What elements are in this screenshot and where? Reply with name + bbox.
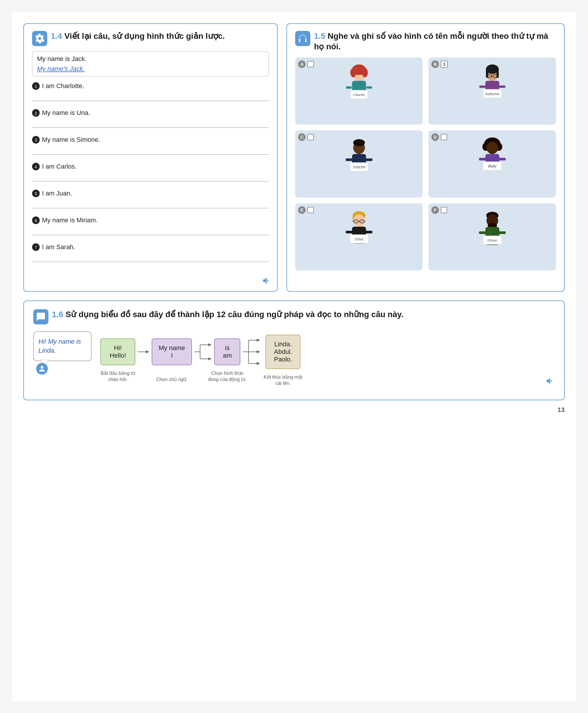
label-circle-b: B [432,60,439,68]
example-answer: My name's Jack. [37,65,264,72]
section-16-header: 1.6 Sử dụng biểu đồ sau đây để thành lập… [33,309,555,324]
section-14: 1.4 Viết lại câu, sử dụng hình thức giản… [23,23,278,292]
checkbox-f[interactable] [441,207,447,213]
section-16-title: 1.6 Sử dụng biểu đồ sau đây để thành lập… [52,309,403,320]
answer-line-4[interactable] [32,173,269,182]
label-d: D [432,133,447,141]
figure-ruby: Ruby [475,138,510,184]
box-names-line1: Linda. [272,340,293,348]
speech-person-icon [36,363,48,375]
arrow-2 [194,340,212,363]
box-subject-wrapper: My name I Chọn chủ ngữ. [152,338,192,365]
figure-charlie: Charlie [341,64,377,111]
label-circle-c: C [298,133,306,141]
example-box: My name is Jack. My name's Jack. [32,51,269,77]
num-7: 7 [32,243,40,251]
numbox-b[interactable]: 1 [441,61,448,68]
box-start: Hi! Hello! [100,338,135,365]
section-15-header: 1.5 Nghe và ghi số vào hình có tên mỗi n… [295,31,556,52]
question-4: 4 I am Carlos. [32,163,269,170]
svg-text:Katherine: Katherine [485,92,500,96]
svg-rect-54 [479,231,486,234]
speech-bubble: Hi! My name is Linda. [33,331,91,361]
page: 1.4 Viết lại câu, sử dụng hình thức giản… [12,12,576,701]
label-circle-a: A [298,60,306,68]
speech-example-container: Hi! My name is Linda. [33,331,91,361]
person-card-d: D [428,130,556,197]
svg-rect-24 [345,159,353,161]
box-start-label: Bắt đầu bằng từ chào hỏi. [99,371,137,383]
box-subject: My name I [152,338,192,365]
answer-line-2[interactable] [32,120,269,128]
audio-icon-14[interactable] [262,276,271,287]
svg-rect-18 [499,85,505,88]
num-1: 1 [32,82,40,90]
box-verb-line2: am [221,352,233,359]
section-15: 1.5 Nghe và ghi số vào hình có tên mỗi n… [287,23,565,292]
figure-elliot: Elliot [341,210,377,257]
svg-rect-47 [365,231,373,233]
svg-rect-12 [497,69,499,78]
audio-icon-16[interactable] [545,376,555,387]
box-start-wrapper: Hi! Hello! Bắt đầu bằng từ chào hỏi. [100,338,135,365]
checkbox-e[interactable] [308,207,314,213]
question-6: 6 My name is Miriam. [32,216,269,224]
answer-line-1[interactable] [32,93,269,101]
svg-text:Oliver: Oliver [487,238,497,243]
svg-text:Charlie: Charlie [353,92,365,97]
svg-rect-55 [499,231,506,234]
speech-icon [36,312,46,322]
svg-point-3 [362,68,368,77]
exercise-item-6: 6 My name is Miriam. [32,216,269,235]
persons-grid: A [295,58,556,270]
svg-point-39 [353,214,365,227]
box-verb-label: Chọn hình thức đúng của động từ. [207,371,248,383]
checkbox-a[interactable] [308,61,314,67]
svg-marker-59 [146,350,149,353]
answer-line-7[interactable] [32,254,269,262]
box-names: Linda. Abdul. Paolo. [266,335,300,369]
box-verb: is am [214,338,240,365]
section-15-title: 1.5 Nghe và ghi số vào hình có tên mỗi n… [314,31,556,52]
checkbox-c[interactable] [308,134,314,140]
person-card-a: A [295,58,423,125]
label-c: C [298,133,314,141]
svg-marker-63 [208,343,212,346]
label-circle-f: F [432,206,439,214]
arrow-svg-1 [138,350,149,354]
answer-line-3[interactable] [32,146,269,154]
svg-point-2 [350,68,356,77]
section-14-title: 1.4 Viết lại câu, sử dụng hình thức giản… [51,31,225,41]
box-names-line3: Paolo. [272,356,293,363]
answer-line-6[interactable] [32,227,269,235]
svg-rect-11 [486,69,488,78]
person-card-c: C [295,130,423,197]
svg-rect-25 [365,159,373,161]
box-verb-wrapper: is am Chọn hình thức đúng của động từ. [214,338,240,365]
headphone-icon-box [295,31,310,46]
gear-icon [35,34,45,43]
gear-icon-box [32,31,47,46]
svg-point-31 [486,142,498,154]
figure-joseph: JOSEPH [341,138,377,184]
num-6: 6 [32,216,40,224]
box-names-line2: Abdul. [272,348,293,356]
exercise-item-7: 7 I am Sarah. [32,243,269,262]
svg-rect-5 [346,86,352,89]
svg-marker-74 [257,362,260,365]
box-names-wrapper: Linda. Abdul. Paolo. Kết thúc bằng một c… [266,335,300,369]
box-subject-label: Chọn chủ ngữ. [154,377,189,383]
answer-line-5[interactable] [32,200,269,208]
question-5: 5 I am Juan. [32,190,269,197]
figure-katherine: Katherine [475,64,510,111]
svg-rect-34 [499,158,506,161]
label-a: A [298,60,314,68]
exercise-item-1: 1 I am Charlotte. [32,82,269,101]
checkbox-d[interactable] [441,134,447,140]
page-number: 13 [23,406,565,414]
svg-point-22 [353,139,365,146]
figure-oliver: Oliver [475,210,510,257]
person-card-e: E [295,203,423,270]
svg-marker-70 [257,339,260,342]
section-16: 1.6 Sử dụng biểu đồ sau đây để thành lập… [23,300,565,400]
